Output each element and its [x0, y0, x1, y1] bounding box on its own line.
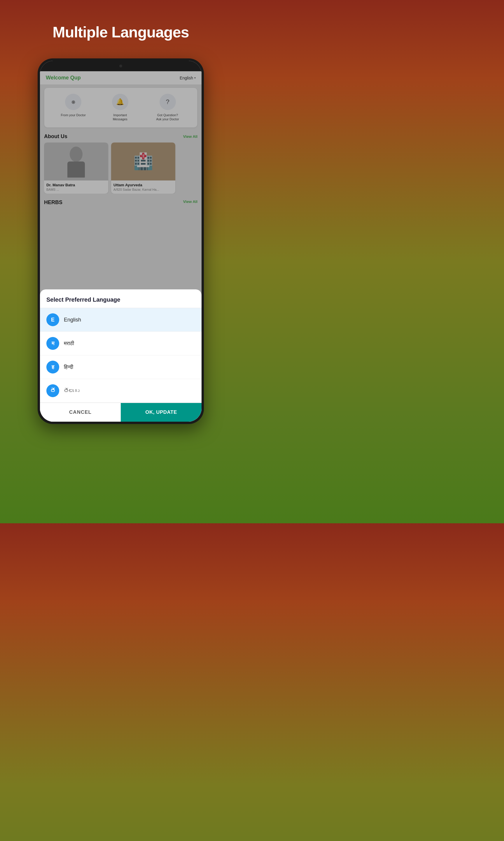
lang-name-hindi: हिन्दी	[64, 364, 73, 370]
lang-avatar-english: E	[47, 313, 59, 326]
cancel-button[interactable]: CANCEL	[40, 403, 121, 422]
language-item-hindi[interactable]: ह हिन्दी	[40, 355, 201, 379]
dialog-overlay: Select Preferred Language E English म मर…	[40, 71, 201, 422]
dialog-actions: CANCEL OK, UPDATE	[40, 403, 201, 422]
lang-avatar-telugu: తె	[47, 384, 59, 397]
lang-name-english: English	[64, 317, 81, 323]
update-button[interactable]: OK, UPDATE	[121, 403, 201, 422]
language-item-marathi[interactable]: म मराठी	[40, 332, 201, 355]
lang-avatar-hindi: ह	[47, 361, 59, 374]
lang-name-telugu: తెలుగు	[64, 388, 79, 394]
language-item-telugu[interactable]: తె తెలుగు	[40, 379, 201, 403]
lang-name-marathi: मराठी	[64, 341, 74, 347]
lang-avatar-marathi: म	[47, 337, 59, 350]
phone-frame: Welcome Qup English ▾ ⎈ From your Doctor…	[38, 58, 204, 424]
phone-notch	[40, 61, 201, 71]
camera	[119, 65, 122, 67]
dialog-title: Select Preferred Language	[40, 289, 201, 308]
page-title: Multiple Languages	[53, 23, 189, 41]
phone-screen: Welcome Qup English ▾ ⎈ From your Doctor…	[40, 61, 201, 422]
language-list: E English म मराठी ह हिन्दी	[40, 308, 201, 403]
app-content: Welcome Qup English ▾ ⎈ From your Doctor…	[40, 71, 201, 422]
language-item-english[interactable]: E English	[40, 308, 201, 332]
language-dialog: Select Preferred Language E English म मर…	[40, 289, 201, 422]
